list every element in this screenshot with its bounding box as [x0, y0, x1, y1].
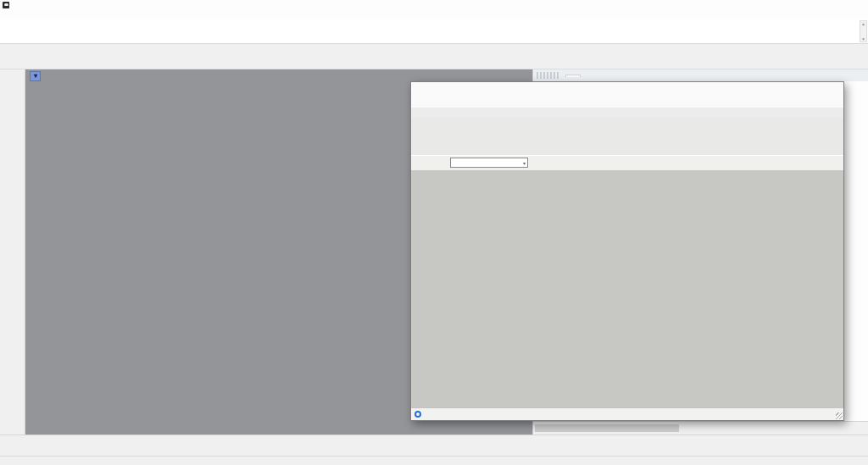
panel-drag-grip[interactable]	[537, 72, 560, 79]
grasshopper-canvas-toolbar: ▾	[411, 155, 843, 172]
grasshopper-menu-bar	[411, 96, 843, 108]
grasshopper-window-controls	[798, 82, 842, 96]
resize-grip[interactable]	[836, 412, 843, 419]
layers-tab[interactable]	[565, 75, 581, 77]
info-icon	[415, 411, 421, 418]
grasshopper-title-bar	[411, 82, 843, 97]
maximize-button[interactable]	[813, 82, 827, 96]
rhino-menu-bar	[0, 9, 868, 19]
rhino-app-icon	[3, 2, 9, 8]
command-history-line	[3, 26, 868, 33]
grasshopper-ribbon	[411, 118, 843, 155]
grasshopper-window[interactable]: ▾	[410, 81, 844, 421]
status-bar	[0, 456, 868, 465]
command-area[interactable]	[0, 19, 868, 44]
osnap-bar	[0, 444, 868, 456]
grasshopper-canvas[interactable]	[411, 170, 843, 410]
minimize-button[interactable]	[798, 82, 813, 96]
left-toolbar	[0, 69, 25, 435]
grasshopper-status-bar	[411, 407, 843, 420]
command-scrollbar[interactable]	[860, 20, 867, 42]
viewport-tab-bar	[0, 435, 868, 444]
layers-panel-header	[533, 69, 868, 82]
viewport-label[interactable]: ▾	[30, 71, 41, 81]
command-prompt[interactable]	[3, 32, 868, 39]
main-toolbar	[0, 53, 868, 69]
rhino-desktop: { "rhino": { "title": "Miss_3D_SITE_Smal…	[0, 0, 868, 465]
command-history-line	[3, 19, 868, 26]
layers-hscrollbar[interactable]	[533, 421, 868, 435]
close-button[interactable]	[827, 82, 842, 96]
canvas-zoom-select[interactable]: ▾	[450, 158, 528, 168]
